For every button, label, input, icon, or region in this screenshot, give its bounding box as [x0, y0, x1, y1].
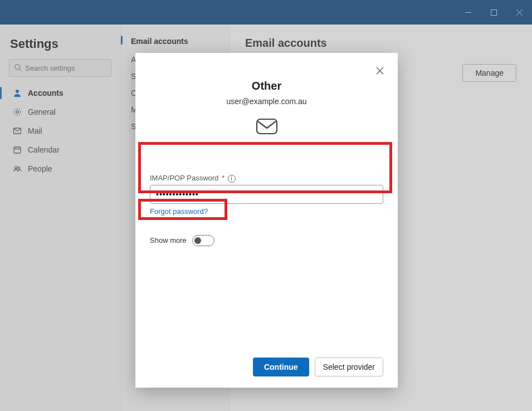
- dialog-email: user@example.com.au: [150, 97, 383, 106]
- password-input[interactable]: [150, 185, 383, 204]
- required-indicator: *: [222, 174, 224, 182]
- dialog-title: Other: [150, 80, 383, 92]
- continue-button[interactable]: Continue: [253, 358, 309, 376]
- password-label: IMAP/POP Password * i: [150, 174, 383, 183]
- svg-rect-17: [257, 119, 277, 134]
- show-more-row: Show more: [150, 235, 383, 246]
- forgot-password-link[interactable]: Forgot password?: [150, 207, 208, 216]
- info-icon[interactable]: i: [228, 175, 236, 183]
- dialog-footer: Continue Select provider: [150, 358, 383, 376]
- dialog-close-button[interactable]: [371, 62, 389, 80]
- envelope-icon: [150, 118, 383, 137]
- toggle-knob: [194, 237, 201, 244]
- select-provider-button[interactable]: Select provider: [315, 358, 383, 376]
- show-more-label: Show more: [150, 236, 187, 244]
- add-account-dialog: Other user@example.com.au IMAP/POP Passw…: [135, 53, 398, 388]
- password-field-group: IMAP/POP Password * i Forgot password?: [150, 174, 383, 216]
- show-more-toggle[interactable]: [192, 235, 214, 246]
